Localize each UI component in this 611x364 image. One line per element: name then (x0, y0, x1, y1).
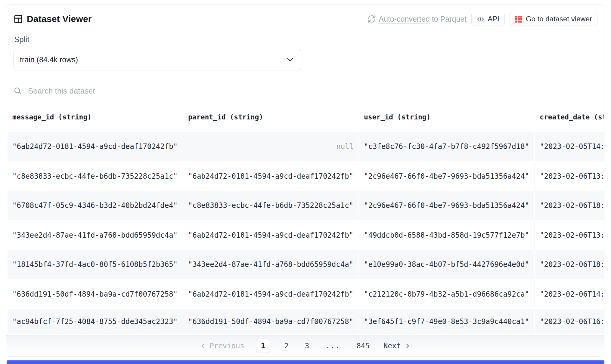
auto-converted-rest: to Parquet (432, 15, 467, 23)
chevron-left-icon (200, 343, 206, 349)
page-button-2[interactable]: 2 (282, 342, 291, 350)
api-button-label: API (488, 15, 499, 23)
table-row: "6ab24d72-0181-4594-a9cd-deaf170242fb"nu… (8, 132, 604, 162)
table-cell: "6ab24d72-0181-4594-a9cd-deaf170242fb" (183, 279, 359, 309)
bottom-cutoff-banner (7, 360, 604, 364)
table-cell: "c8e83833-ecbc-44fe-b6db-735228c25a1c" (8, 162, 183, 191)
next-page-label: Next (383, 342, 401, 350)
page-button-3[interactable]: 3 (302, 342, 312, 350)
table-row: "636dd191-50df-4894-ba9a-cd7f00767258""6… (8, 279, 604, 309)
search-bar (6, 80, 604, 102)
table-cell: "2023-02-05T14:2 (535, 132, 604, 162)
table-cell: "18145bf4-37fd-4ac0-80f5-6108b5f2b365" (8, 250, 183, 279)
table-wrap: message_id (string)parent_id (string)use… (6, 102, 604, 335)
table-cell: "c8e83833-ecbc-44fe-b6db-735228c25a1c" (183, 191, 359, 221)
table-cell: "2023-02-06T18:5 (535, 250, 604, 279)
split-label: Split (14, 35, 597, 44)
table-cell: "49ddcb0d-6588-43bd-858d-19c577f12e7b" (359, 221, 535, 250)
previous-page-button[interactable]: Previous (200, 342, 244, 350)
refresh-icon (368, 15, 376, 23)
red-grid-icon (515, 15, 523, 23)
table-cell: "6708c47f-05c9-4346-b3d2-40b2bd24fde4" (8, 191, 183, 221)
table-cell: "2023-02-06T13:5 (535, 162, 604, 191)
table-cell: "c212120c-0b79-4b32-a5b1-d96686ca92ca" (359, 279, 535, 309)
search-input[interactable] (28, 86, 597, 96)
api-button[interactable]: API (471, 12, 505, 26)
go-to-dataset-viewer-label: Go to dataset viewer (526, 15, 592, 23)
table-body: "6ab24d72-0181-4594-a9cd-deaf170242fb"nu… (8, 132, 604, 335)
table-cell: "636dd191-50df-4894-ba9a-cd7f00767258" (183, 309, 359, 335)
table-row: "c8e83833-ecbc-44fe-b6db-735228c25a1c""6… (8, 162, 604, 191)
table-cell: "c3fe8c76-fc30-4fa7-b7f8-c492f5967d18" (359, 132, 535, 162)
auto-converted-label: Auto-converted (379, 15, 430, 23)
table-row: "18145bf4-37fd-4ac0-80f5-6108b5f2b365""3… (8, 250, 604, 279)
search-icon (14, 87, 22, 95)
page-button-1[interactable]: 1 (256, 339, 270, 353)
table-cell: null (183, 132, 359, 162)
table-cell: "343ee2d4-87ae-41fd-a768-bdd65959dc4a" (183, 250, 359, 279)
table-cell: "6ab24d72-0181-4594-a9cd-deaf170242fb" (8, 132, 183, 162)
dataset-viewer-card: Dataset Viewer Auto-converted to Parquet (6, 5, 604, 357)
auto-converted-link[interactable]: Auto-converted to Parquet (368, 15, 467, 23)
column-header: created_date (string) (535, 102, 604, 132)
page-ellipsis: ... (323, 342, 343, 350)
table-header-row: message_id (string)parent_id (string)use… (8, 102, 604, 132)
table-row: "ac94bfcf-7f25-4084-8755-dde345ac2323""6… (8, 309, 604, 335)
code-icon (477, 15, 484, 23)
table-cell: "2c96e467-66f0-4be7-9693-bda51356a424" (359, 191, 535, 221)
table-cell: "343ee2d4-87ae-41fd-a768-bdd65959dc4a" (8, 221, 183, 250)
page-button-845[interactable]: 845 (354, 342, 372, 350)
table-cell: "ac94bfcf-7f25-4084-8755-dde345ac2323" (8, 309, 183, 335)
table-cell: "2023-02-06T14:2 (535, 279, 604, 309)
split-select[interactable]: train (84.4k rows) (14, 49, 301, 70)
table-cell: "2023-02-06T16:4 (535, 309, 604, 335)
split-select-value: train (84.4k rows) (20, 55, 78, 64)
table-cell: "6ab24d72-0181-4594-a9cd-deaf170242fb" (183, 162, 359, 191)
card-header: Dataset Viewer Auto-converted to Parquet (6, 5, 604, 70)
table-row: "6708c47f-05c9-4346-b3d2-40b2bd24fde4""c… (8, 191, 604, 221)
table-cell: "2c96e467-66f0-4be7-9693-bda51356a424" (359, 162, 535, 191)
chevron-right-icon (405, 343, 411, 349)
pagination-pages: 123...845 (256, 339, 372, 353)
next-page-button[interactable]: Next (383, 342, 411, 350)
pagination: Previous 123...845 Next (6, 335, 604, 356)
column-header: user_id (string) (359, 102, 535, 132)
table-cell: "2023-02-06T13:3 (535, 221, 604, 250)
table-cell: "e10e99a0-38ac-4b07-bf5d-4427696e4e0d" (359, 250, 535, 279)
column-header: parent_id (string) (183, 102, 359, 132)
go-to-dataset-viewer-button[interactable]: Go to dataset viewer (510, 12, 597, 26)
table-row: "343ee2d4-87ae-41fd-a768-bdd65959dc4a""6… (8, 221, 604, 250)
table-icon (14, 14, 23, 24)
dataset-table: message_id (string)parent_id (string)use… (8, 102, 604, 335)
previous-page-label: Previous (209, 342, 244, 350)
table-cell: "6ab24d72-0181-4594-a9cd-deaf170242fb" (183, 221, 359, 250)
chevron-down-icon (286, 55, 294, 64)
table-cell: "2023-02-06T18:4 (535, 191, 604, 221)
table-cell: "3ef645f1-c9f7-49e0-8e53-3c9a9c440ca1" (359, 309, 535, 335)
page-title: Dataset Viewer (27, 14, 92, 24)
table-cell: "636dd191-50df-4894-ba9a-cd7f00767258" (8, 279, 183, 309)
column-header: message_id (string) (8, 102, 183, 132)
